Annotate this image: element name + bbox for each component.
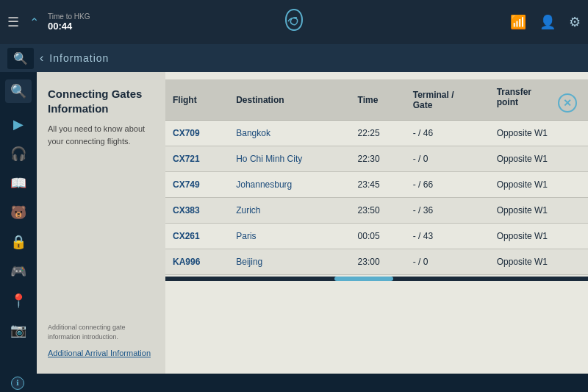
gate-cell: - / 66 xyxy=(406,172,490,198)
table-row: CX383 Zurich 23:50 - / 36 Opposite W1 xyxy=(165,198,588,224)
scrollbar-thumb[interactable] xyxy=(334,277,393,281)
hamburger-icon[interactable]: ☰ xyxy=(7,14,19,30)
person-icon: 👤 xyxy=(539,14,556,30)
info-panel-note: Additional connecting gate information i… xyxy=(48,323,154,341)
table-row: CX709 Bangkok 22:25 - / 46 Opposite W1 xyxy=(165,121,588,146)
destination-cell: Ho Chi Minh City xyxy=(229,146,350,172)
transfer-cell: Opposite W1 xyxy=(490,121,588,146)
col-transfer: Transferpoint ✕ xyxy=(490,79,588,121)
time-cell: 23:00 xyxy=(351,249,406,275)
flights-table: Flight Destination Time Terminal /Gate T… xyxy=(165,79,588,275)
col-flight: Flight xyxy=(165,79,229,121)
table-row: CX749 Johannesburg 23:45 - / 66 Opposite… xyxy=(165,172,588,198)
left-nav: 🔍 ▶ 🎧 📖 🐻 🔒 🎮 📍 📷 xyxy=(0,72,37,374)
nav-icon-headphones[interactable]: 🎧 xyxy=(10,146,26,162)
destination-cell: Bangkok xyxy=(229,121,350,146)
gate-cell: - / 46 xyxy=(406,121,490,146)
gate-cell: - / 43 xyxy=(406,224,490,249)
nav-icon-gamepad[interactable]: 🎮 xyxy=(10,263,26,279)
nav-icon-play[interactable]: ▶ xyxy=(13,116,24,132)
time-cell: 23:50 xyxy=(351,198,406,224)
nav-icon-lock[interactable]: 🔒 xyxy=(10,234,26,250)
info-panel: Connecting Gates Information All you nee… xyxy=(37,72,165,374)
destination-cell: Paris xyxy=(229,224,350,249)
transfer-cell: Opposite W1 xyxy=(490,198,588,224)
top-bar: ☰ ⌃ Time to HKG 00:44 📶 👤 ⚙ xyxy=(0,0,588,44)
time-value: 00:44 xyxy=(48,21,90,32)
time-label: Time to HKG xyxy=(48,13,90,21)
nav-icon-book[interactable]: 📖 xyxy=(10,175,26,191)
time-cell: 23:45 xyxy=(351,172,406,198)
scrollbar-area xyxy=(165,277,588,281)
additional-arrival-link[interactable]: Additional Arrival Information xyxy=(48,349,151,357)
flight-cell: CX749 xyxy=(165,172,229,198)
transfer-cell: Opposite W1 xyxy=(490,146,588,172)
nav-icon-camera[interactable]: 📷 xyxy=(10,322,26,338)
flight-cell: KA996 xyxy=(165,249,229,275)
bottom-info-icon[interactable]: ℹ xyxy=(11,377,24,390)
top-bar-right: 📶 👤 ⚙ xyxy=(510,14,581,30)
transfer-cell: Opposite W1 xyxy=(490,172,588,198)
destination-cell: Johannesburg xyxy=(229,172,350,198)
table-header-row: Flight Destination Time Terminal /Gate T… xyxy=(165,79,588,121)
info-panel-bottom: Additional connecting gate information i… xyxy=(48,323,154,359)
table-row: CX721 Ho Chi Minh City 22:30 - / 0 Oppos… xyxy=(165,146,588,172)
destination-cell: Beijing xyxy=(229,249,350,275)
back-button[interactable]: ‹ xyxy=(40,51,43,65)
transfer-cell: Opposite W1 xyxy=(490,249,588,275)
gate-cell: - / 36 xyxy=(406,198,490,224)
table-row: CX261 Paris 00:05 - / 43 Opposite W1 xyxy=(165,224,588,249)
gate-cell: - / 0 xyxy=(406,146,490,172)
nav-icon-location[interactable]: 📍 xyxy=(10,293,26,309)
nav-icon-bear[interactable]: 🐻 xyxy=(10,204,26,221)
col-gate: Terminal /Gate xyxy=(406,79,490,121)
table-row: KA996 Beijing 23:00 - / 0 Opposite W1 xyxy=(165,249,588,275)
expand-icon[interactable]: ⌃ xyxy=(29,15,39,29)
time-info: Time to HKG 00:44 xyxy=(48,13,90,32)
time-cell: 22:30 xyxy=(351,146,406,172)
cathay-logo xyxy=(281,7,307,38)
flight-cell: CX709 xyxy=(165,121,229,146)
bottom-bar: ℹ xyxy=(0,374,588,392)
time-cell: 22:25 xyxy=(351,121,406,146)
destination-cell: Zurich xyxy=(229,198,350,224)
settings-icon: ⚙ xyxy=(569,14,581,30)
top-bar-left: ☰ ⌃ Time to HKG 00:44 xyxy=(7,13,90,32)
col-destination: Destination xyxy=(229,79,350,121)
flight-cell: CX383 xyxy=(165,198,229,224)
section-title: Information xyxy=(49,52,109,64)
nav-icon-search[interactable]: 🔍 xyxy=(5,79,32,103)
search-icon[interactable]: 🔍 xyxy=(7,48,34,69)
table-area: Flight Destination Time Terminal /Gate T… xyxy=(165,72,588,374)
col-time: Time xyxy=(351,79,406,121)
transfer-cell: Opposite W1 xyxy=(490,224,588,249)
second-bar: 🔍 ‹ Information xyxy=(0,44,588,72)
close-button[interactable]: ✕ xyxy=(558,93,577,113)
flight-cell: CX721 xyxy=(165,146,229,172)
info-panel-description: All you need to know about your connecti… xyxy=(48,123,154,147)
gate-cell: - / 0 xyxy=(406,249,490,275)
main-content: 🔍 ▶ 🎧 📖 🐻 🔒 🎮 📍 📷 Connecting Gates Infor… xyxy=(0,72,588,374)
time-cell: 00:05 xyxy=(351,224,406,249)
info-panel-title: Connecting Gates Information xyxy=(48,87,154,115)
wifi-icon: 📶 xyxy=(510,14,526,30)
flight-cell: CX261 xyxy=(165,224,229,249)
